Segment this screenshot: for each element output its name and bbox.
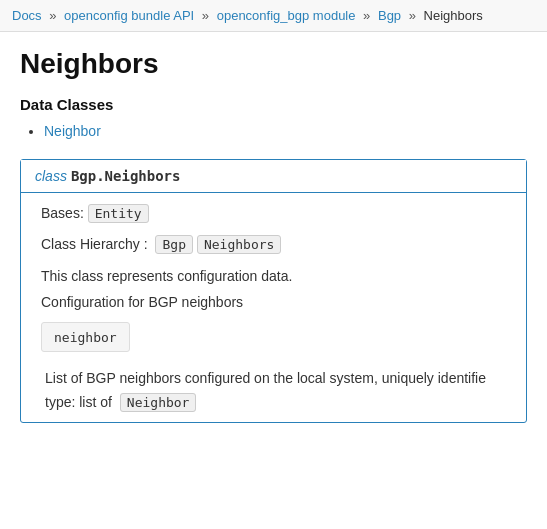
breadcrumb-sep-1: » [49, 8, 56, 23]
class-block-header: classBgp.Neighbors [21, 160, 526, 193]
type-line: type: list of Neighbor [41, 394, 506, 410]
attribute-name: neighbor [54, 330, 117, 345]
class-block: classBgp.Neighbors Bases: Entity Class H… [20, 159, 527, 423]
breadcrumb: Docs » openconfig bundle API » openconfi… [0, 0, 547, 32]
class-description: This class represents configuration data… [41, 268, 506, 284]
class-block-body: Bases: Entity Class Hierarchy : Bgp Neig… [21, 193, 526, 422]
bases-label: Bases: [41, 205, 84, 221]
data-classes-heading: Data Classes [20, 96, 527, 113]
bases-field: Bases: Entity [41, 205, 506, 221]
data-classes-list: Neighbor [44, 123, 527, 139]
breadcrumb-bgp[interactable]: Bgp [378, 8, 401, 23]
breadcrumb-sep-4: » [409, 8, 416, 23]
hierarchy-neighbors: Neighbors [197, 235, 281, 254]
class-name: Bgp.Neighbors [71, 168, 181, 184]
breadcrumb-current: Neighbors [424, 8, 483, 23]
class-sub-description: Configuration for BGP neighbors [41, 294, 506, 310]
hierarchy-bgp: Bgp [155, 235, 192, 254]
neighbor-link[interactable]: Neighbor [44, 123, 101, 139]
breadcrumb-docs[interactable]: Docs [12, 8, 42, 23]
type-label: type: [45, 394, 75, 410]
main-content: Neighbors Data Classes Neighbor classBgp… [0, 32, 547, 455]
breadcrumb-sep-3: » [363, 8, 370, 23]
bases-value: Entity [88, 204, 149, 223]
keyword-class: class [35, 168, 67, 184]
page-title: Neighbors [20, 48, 527, 80]
breadcrumb-sep-2: » [202, 8, 209, 23]
hierarchy-field: Class Hierarchy : Bgp Neighbors [41, 235, 506, 254]
type-prefix: list of [79, 394, 112, 410]
hierarchy-codes: Bgp Neighbors [155, 235, 281, 254]
attribute-block: neighbor [41, 322, 130, 352]
hierarchy-label: Class Hierarchy : [41, 236, 148, 252]
type-value: Neighbor [120, 393, 197, 412]
breadcrumb-module[interactable]: openconfig_bgp module [217, 8, 356, 23]
list-item: Neighbor [44, 123, 527, 139]
attribute-description: List of BGP neighbors configured on the … [41, 370, 506, 386]
breadcrumb-bundle[interactable]: openconfig bundle API [64, 8, 194, 23]
